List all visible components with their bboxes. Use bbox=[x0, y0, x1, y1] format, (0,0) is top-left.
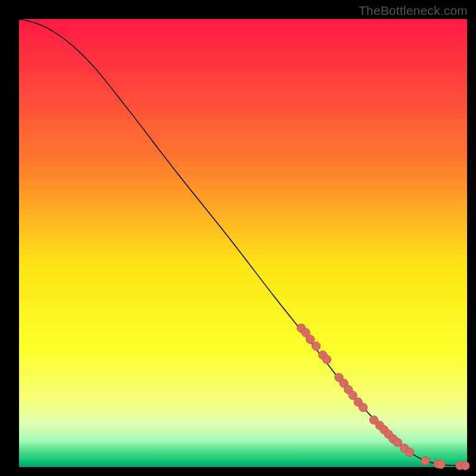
data-marker bbox=[405, 448, 414, 456]
watermark-text: TheBottleneck.com bbox=[359, 4, 468, 18]
chart-frame: TheBottleneck.com bbox=[0, 0, 476, 476]
gradient-background bbox=[19, 19, 467, 467]
data-marker bbox=[306, 335, 314, 343]
chart-svg bbox=[19, 19, 467, 467]
plot-area bbox=[19, 19, 467, 467]
data-marker bbox=[461, 462, 469, 470]
data-marker bbox=[421, 456, 430, 465]
data-marker bbox=[322, 355, 331, 364]
data-marker bbox=[359, 403, 367, 412]
data-marker bbox=[437, 460, 445, 468]
data-marker bbox=[312, 342, 320, 350]
data-marker bbox=[393, 438, 402, 446]
